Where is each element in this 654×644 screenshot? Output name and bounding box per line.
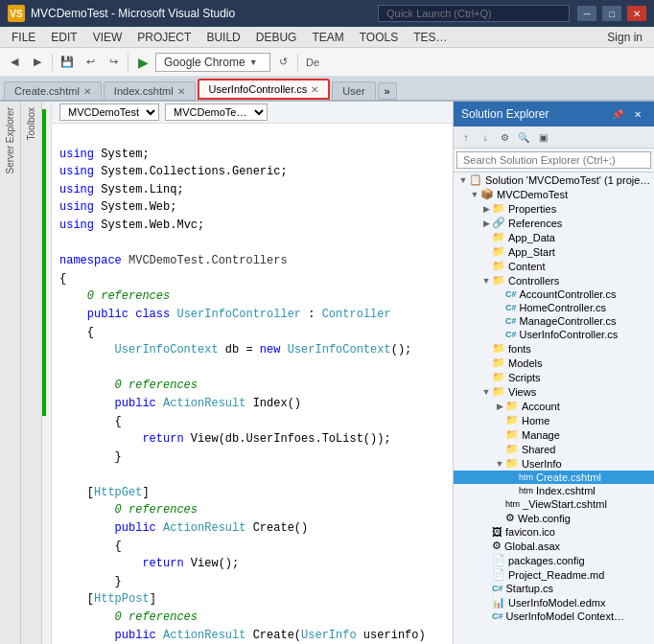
menu-view[interactable]: VIEW	[85, 29, 130, 46]
tree-item-manage[interactable]: 📁 Manage	[454, 427, 654, 442]
menu-build[interactable]: BUILD	[199, 29, 247, 46]
project-dropdown-1[interactable]: MVCDemoTest	[59, 104, 159, 121]
code-editor[interactable]: using System; using System.Collections.G…	[52, 124, 453, 644]
models-folder-icon: 📁	[492, 356, 505, 369]
code-container[interactable]: using System; using System.Collections.G…	[52, 124, 453, 644]
menu-edit[interactable]: EDIT	[43, 29, 84, 46]
sol-tb-btn-1[interactable]: ↑	[457, 128, 475, 146]
webconfig-icon: ⚙	[505, 512, 515, 524]
tree-item-shared[interactable]: 📁 Shared	[454, 442, 654, 456]
solution-search-bar[interactable]	[454, 149, 654, 172]
tree-item-models[interactable]: 📁 Models	[454, 356, 654, 370]
menu-test[interactable]: TES…	[406, 29, 455, 46]
tree-item-context[interactable]: C# UserInfoModel Context…	[454, 610, 654, 623]
tree-item-viewstart[interactable]: htm _ViewStart.cshtml	[454, 497, 654, 511]
toolbar-refresh[interactable]: ↺	[272, 52, 293, 73]
tab-overflow[interactable]: »	[378, 82, 397, 100]
toolbar-redo[interactable]: ↪	[103, 52, 124, 73]
tree-item-references[interactable]: ▶ 🔗 References	[454, 216, 654, 230]
tree-item-userinfo-folder[interactable]: ▼ 📁 UserInfo	[454, 456, 654, 471]
quick-launch-input[interactable]	[378, 5, 570, 22]
tree-item-create-cshtml[interactable]: htm Create.cshtml	[454, 471, 654, 484]
tree-item-appdata[interactable]: 📁 App_Data	[454, 230, 654, 244]
tree-item-userinfocontroller[interactable]: C# UserInfoController.cs	[454, 328, 654, 341]
properties-folder-icon: 📁	[492, 202, 505, 215]
tree-item-globalasax[interactable]: ⚙ Global.asax	[454, 539, 654, 553]
tree-item-startup[interactable]: C# Startup.cs	[454, 582, 654, 595]
tree-label-packagesconfig: packages.config	[508, 555, 585, 566]
tab-user[interactable]: User	[332, 81, 375, 100]
tab-create-cshtml[interactable]: Create.cshtml ✕	[4, 81, 102, 100]
tree-root[interactable]: ▼ 📋 Solution 'MVCDemoTest' (1 proje…	[454, 172, 654, 187]
tree-label-accountcontroller: AccountController.cs	[520, 288, 617, 300]
menu-team[interactable]: TEAM	[304, 29, 351, 46]
tree-item-content[interactable]: 📁 Content	[454, 259, 654, 273]
menu-project[interactable]: PROJECT	[129, 29, 199, 46]
tree-item-managecontroller[interactable]: C# ManageController.cs	[454, 314, 654, 328]
toolbar-undo[interactable]: ↩	[80, 52, 101, 73]
tree-item-index-cshtml[interactable]: htm Index.cshtml	[454, 484, 654, 497]
close-button[interactable]: ✕	[627, 6, 646, 21]
tree-item-properties[interactable]: ▶ 📁 Properties	[454, 201, 654, 216]
tab-close-create[interactable]: ✕	[83, 86, 91, 97]
edmx-icon: 📊	[492, 596, 505, 609]
tree-item-webconfig[interactable]: ⚙ Web.config	[454, 511, 654, 525]
tree-item-readme[interactable]: 📄 Project_Readme.md	[454, 567, 654, 582]
solution-pin-button[interactable]: 📌	[609, 105, 626, 123]
tree-item-home[interactable]: 📁 Home	[454, 413, 654, 427]
menu-file[interactable]: FILE	[4, 29, 43, 46]
menu-tools[interactable]: TOOLS	[352, 29, 406, 46]
solution-close-button[interactable]: ✕	[629, 105, 646, 123]
tree-item-controllers[interactable]: ▼ 📁 Controllers	[454, 273, 654, 288]
tree-label-fonts: fonts	[508, 343, 531, 355]
tree-label-startup: Startup.cs	[506, 583, 554, 594]
appstart-folder-icon: 📁	[492, 245, 505, 258]
signin-link[interactable]: Sign in	[599, 29, 650, 46]
tree-arrow-root: ▼	[457, 175, 469, 185]
tab-index-cshtml[interactable]: Index.cshtml ✕	[104, 81, 196, 100]
toolbar-btn-2[interactable]: ▶	[27, 52, 48, 73]
startup-icon: C#	[492, 584, 503, 593]
shared-folder-icon: 📁	[505, 443, 519, 455]
toolbar-sep-3	[297, 54, 298, 71]
tree-item-edmx[interactable]: 📊 UserInfoModel.edmx	[454, 595, 654, 610]
project-dropdown-2[interactable]: MVCDemoTe…	[165, 104, 268, 121]
toolbox-label[interactable]: Toolbox	[24, 102, 38, 146]
minimize-button[interactable]: ─	[577, 6, 596, 21]
tree-arrow-account: ▶	[494, 402, 505, 411]
toolbar-start[interactable]: ▶	[132, 52, 153, 73]
maximize-button[interactable]: □	[602, 6, 621, 21]
tree-project[interactable]: ▼ 📦 MVCDemoTest	[454, 187, 654, 201]
sol-tb-btn-4[interactable]: 🔍	[515, 128, 532, 146]
tree-item-fonts[interactable]: 📁 fonts	[454, 341, 654, 356]
tree-item-accountcontroller[interactable]: C# AccountController.cs	[454, 288, 654, 301]
tree-item-views[interactable]: ▼ 📁 Views	[454, 384, 654, 399]
browser-label: Google Chrome	[164, 56, 245, 69]
solution-search-input[interactable]	[456, 151, 651, 169]
tree-item-appstart[interactable]: 📁 App_Start	[454, 244, 654, 259]
sol-tb-btn-5[interactable]: ▣	[534, 128, 551, 146]
tree-arrow-views: ▼	[480, 387, 492, 397]
browser-selector[interactable]: Google Chrome ▼	[155, 53, 270, 72]
tab-close-userinfo[interactable]: ✕	[311, 84, 318, 95]
editor-area: MVCDemoTest MVCDemoTe… using System; usi…	[52, 102, 453, 644]
toolbar-save[interactable]: 💾	[57, 52, 78, 73]
server-explorer-label[interactable]: Server Explorer	[3, 102, 17, 179]
menu-debug[interactable]: DEBUG	[248, 29, 305, 46]
tree-item-account[interactable]: ▶ 📁 Account	[454, 399, 654, 413]
toolbar-btn-1[interactable]: ◀	[4, 52, 25, 73]
tree-item-packagesconfig[interactable]: 📄 packages.config	[454, 553, 654, 567]
solution-explorer-header: Solution Explorer 📌 ✕	[454, 102, 654, 126]
sol-tb-btn-2[interactable]: ↓	[477, 128, 494, 146]
tree-item-favicon[interactable]: 🖼 favicon.ico	[454, 525, 654, 539]
tree-item-scripts[interactable]: 📁 Scripts	[454, 370, 654, 384]
tab-close-index[interactable]: ✕	[177, 86, 185, 97]
tree-label-webconfig: Web.config	[518, 513, 571, 524]
account-folder-icon: 📁	[505, 400, 519, 412]
tab-label: UserInfoController.cs	[209, 83, 308, 95]
tab-userinfo-controller[interactable]: UserInfoController.cs ✕	[198, 79, 331, 100]
sol-tb-btn-3[interactable]: ⚙	[496, 128, 513, 146]
tab-bar: Create.cshtml ✕ Index.cshtml ✕ UserInfoC…	[0, 77, 654, 102]
menu-bar: FILE EDIT VIEW PROJECT BUILD DEBUG TEAM …	[0, 27, 654, 48]
tree-item-homecontroller[interactable]: C# HomeController.cs	[454, 301, 654, 314]
